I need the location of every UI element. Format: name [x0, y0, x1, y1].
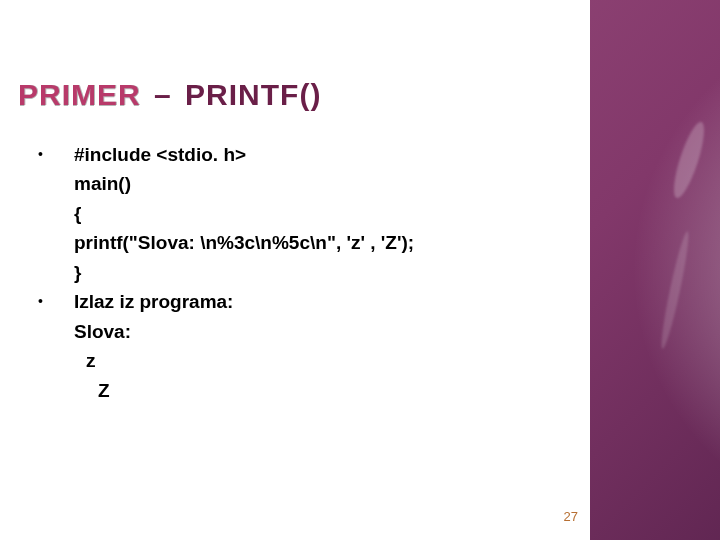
- output-line-1: Slova:: [32, 317, 560, 346]
- output-line-2: z: [32, 346, 560, 375]
- output-text: Slova:: [74, 317, 560, 346]
- slide: PRIMER – PRINTF() • #include <stdio. h> …: [0, 0, 720, 540]
- title-word-primer: PRIMER: [18, 78, 141, 111]
- output-text: Z: [74, 376, 560, 405]
- bullet-icon: •: [32, 140, 74, 168]
- code-text: #include <stdio. h>: [74, 140, 560, 169]
- title-dash: –: [154, 78, 172, 111]
- page-number: 27: [564, 509, 578, 524]
- decorative-sphere: [590, 0, 720, 540]
- output-text: z: [74, 346, 560, 375]
- slide-title: PRIMER – PRINTF(): [18, 78, 321, 112]
- code-line-2: main(): [32, 169, 560, 198]
- bullet-icon: •: [32, 287, 74, 315]
- title-word-printf: PRINTF(): [185, 78, 321, 111]
- highlight-icon: [668, 119, 710, 201]
- highlight-icon: [658, 230, 693, 349]
- output-label-line: • Izlaz iz programa:: [32, 287, 560, 316]
- code-text: {: [74, 199, 560, 228]
- code-text: main(): [74, 169, 560, 198]
- code-line-5: }: [32, 258, 560, 287]
- code-line-4: printf("Slova: \n%3c\n%5c\n", 'z' , 'Z')…: [32, 228, 560, 257]
- code-line-3: {: [32, 199, 560, 228]
- output-line-3: Z: [32, 376, 560, 405]
- content-area: • #include <stdio. h> main() { printf("S…: [32, 140, 560, 405]
- output-label: Izlaz iz programa:: [74, 287, 560, 316]
- code-text: }: [74, 258, 560, 287]
- code-text: printf("Slova: \n%3c\n%5c\n", 'z' , 'Z')…: [74, 228, 560, 257]
- code-line-1: • #include <stdio. h>: [32, 140, 560, 169]
